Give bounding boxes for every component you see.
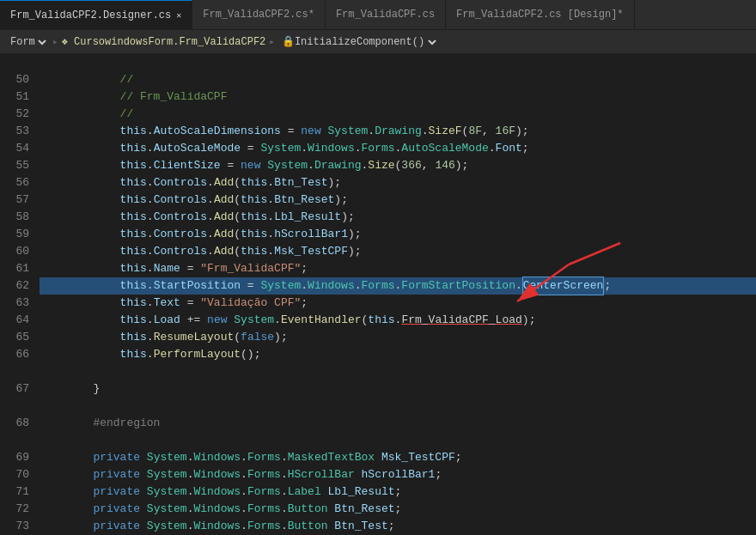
code-line: this.AutoScaleMode = System.Windows.Form… bbox=[40, 140, 756, 157]
member-dropdown[interactable]: 🔒InitializeComponent() bbox=[278, 35, 439, 49]
code-line: // bbox=[40, 106, 756, 123]
code-line: this.Controls.Add(this.Btn_Reset); bbox=[40, 192, 756, 209]
code-line bbox=[40, 54, 756, 71]
code-line: private System.Windows.Forms.Button Btn_… bbox=[40, 501, 756, 518]
editor-wrapper: // // Frm_ValidaCPF // this.AutoScaleDim… bbox=[36, 54, 756, 535]
line-numbers: 50 51 52 53 54 55 56 57 58 59 60 61 62 6… bbox=[0, 54, 36, 535]
scope-dropdown[interactable]: Form bbox=[7, 35, 49, 49]
code-line: this.ClientSize = new System.Drawing.Siz… bbox=[40, 157, 756, 174]
code-line: // Frm_ValidaCPF bbox=[40, 88, 756, 106]
code-line: this.Text = "Validação CPF"; bbox=[40, 295, 756, 312]
code-line: private System.Windows.Forms.Button Btn_… bbox=[40, 518, 756, 535]
tab-label: Frm_ValidaCPF.cs bbox=[336, 9, 435, 21]
breadcrumb: Form ▸ ❖ CursowindowsForm.Frm_ValidaCPF2… bbox=[0, 30, 756, 54]
tab-design-modified[interactable]: Frm_ValidaCPF2.cs [Design]* bbox=[446, 0, 634, 29]
editor-container: 50 51 52 53 54 55 56 57 58 59 60 61 62 6… bbox=[0, 54, 756, 535]
code-line: private System.Windows.Forms.Label Lbl_R… bbox=[40, 483, 756, 501]
code-line: this.Load += new System.EventHandler(thi… bbox=[40, 312, 756, 329]
close-icon[interactable]: ✕ bbox=[176, 10, 181, 21]
highlighted-line: this.StartPosition = System.Windows.Form… bbox=[40, 277, 756, 295]
tab-valida-cpf[interactable]: Frm_ValidaCPF.cs bbox=[326, 0, 446, 29]
code-line: } bbox=[40, 380, 756, 398]
code-area[interactable]: // // Frm_ValidaCPF // this.AutoScaleDim… bbox=[36, 54, 756, 535]
code-line: #endregion bbox=[40, 415, 756, 432]
code-line: private System.Windows.Forms.HScrollBar … bbox=[40, 466, 756, 483]
tab-bar: Frm_ValidaCPF2.Designer.cs ✕ Frm_ValidaC… bbox=[0, 0, 756, 30]
tab-label: Frm_ValidaCPF2.cs* bbox=[203, 9, 314, 21]
code-line: this.Controls.Add(this.hScrollBar1); bbox=[40, 226, 756, 243]
code-line: this.ResumeLayout(false); bbox=[40, 329, 756, 346]
code-line: this.PerformLayout(); bbox=[40, 346, 756, 363]
code-line: // bbox=[40, 71, 756, 88]
tab-designer-cs[interactable]: Frm_ValidaCPF2.Designer.cs ✕ bbox=[0, 0, 192, 29]
code-line: private System.Windows.Forms.MaskedTextB… bbox=[40, 449, 756, 466]
code-line bbox=[40, 398, 756, 415]
tab-label: Frm_ValidaCPF2.cs [Design]* bbox=[456, 9, 623, 21]
code-line: this.AutoScaleDimensions = new System.Dr… bbox=[40, 123, 756, 140]
code-line: this.Name = "Frm_ValidaCPF"; bbox=[40, 260, 756, 277]
class-path: ❖ CursowindowsForm.Frm_ValidaCPF2 bbox=[62, 35, 266, 48]
tab-cs-modified[interactable]: Frm_ValidaCPF2.cs* bbox=[192, 0, 326, 29]
code-line: this.Controls.Add(this.Btn_Test); bbox=[40, 174, 756, 192]
code-line: this.Controls.Add(this.Lbl_Result); bbox=[40, 209, 756, 226]
code-line: this.Controls.Add(this.Msk_TestCPF); bbox=[40, 243, 756, 260]
tab-label: Frm_ValidaCPF2.Designer.cs bbox=[10, 9, 171, 21]
code-line bbox=[40, 363, 756, 380]
code-line bbox=[40, 432, 756, 449]
